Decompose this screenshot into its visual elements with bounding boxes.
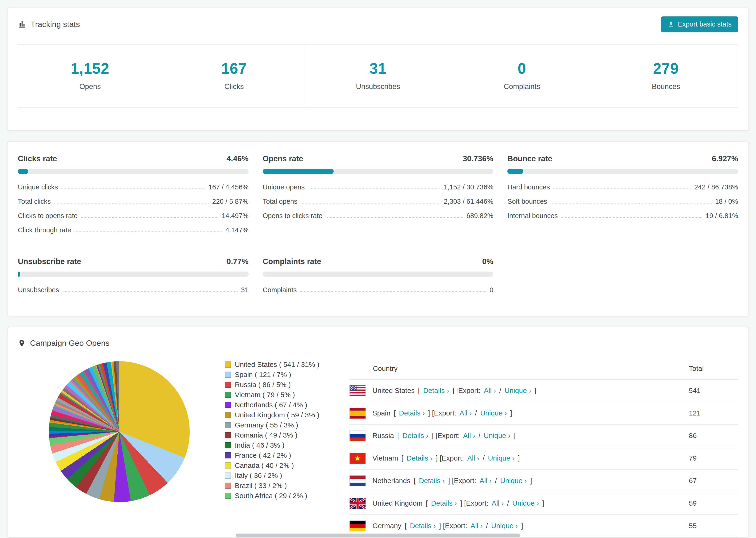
legend-label: Germany ( 55 / 3% ) <box>235 421 298 429</box>
tracking-stats-card: Tracking stats Export basic stats 1,152 … <box>7 7 749 131</box>
rate-row-label: Soft bounces <box>507 198 547 205</box>
legend-swatch <box>225 412 231 418</box>
geo-content: United States ( 541 / 31% ) Spain ( 121 … <box>18 358 738 537</box>
legend-item: Russia ( 86 / 5% ) <box>225 380 319 390</box>
bar-chart-icon <box>18 20 26 28</box>
country-flag-icon <box>350 520 366 531</box>
rate-percent: 6.927% <box>712 154 738 163</box>
country-name: Germany <box>372 522 401 530</box>
geo-legend: United States ( 541 / 31% ) Spain ( 121 … <box>225 359 319 501</box>
legend-label: United States ( 541 / 31% ) <box>235 360 319 368</box>
details-link[interactable]: Details › <box>406 454 432 462</box>
rate-row-label: Click through rate <box>18 226 71 234</box>
rate-percent: 0.77% <box>227 257 249 266</box>
export-all-link[interactable]: All › <box>467 454 479 462</box>
export-unique-link[interactable]: Unique › <box>512 499 539 507</box>
stat-box: 1,152 Opens <box>18 45 162 107</box>
legend-label: Russia ( 86 / 5% ) <box>235 381 291 389</box>
legend-swatch <box>225 382 231 388</box>
stat-value: 279 <box>594 60 738 77</box>
rate-group: Bounce rate 6.927% Hard bounces 242 / 86… <box>507 154 738 237</box>
rate-row-label: Clicks to opens rate <box>18 212 78 220</box>
export-unique-link[interactable]: Unique › <box>491 522 518 530</box>
export-unique-link[interactable]: Unique › <box>484 432 510 440</box>
rate-percent: 30.736% <box>463 154 493 163</box>
legend-label: Canada ( 40 / 2% ) <box>235 461 294 469</box>
rate-row-label: Total clicks <box>18 198 51 205</box>
legend-swatch <box>225 442 231 448</box>
legend-item: France ( 42 / 2% ) <box>225 450 319 460</box>
details-link[interactable]: Details › <box>419 477 445 485</box>
legend-swatch <box>225 402 231 408</box>
legend-item: Germany ( 55 / 3% ) <box>225 420 319 430</box>
rate-head: Bounce rate 6.927% <box>507 154 738 163</box>
rate-row: Unsubscribes 31 <box>18 283 249 297</box>
stat-label: Bounces <box>594 82 738 91</box>
stat-label: Unsubscribes <box>306 82 450 91</box>
export-button-label: Export basic stats <box>678 21 731 28</box>
rate-group: Complaints rate 0% Complaints 0 <box>263 257 494 297</box>
details-link[interactable]: Details › <box>403 432 428 440</box>
geo-row-total: 541 <box>689 387 738 395</box>
geo-pie-chart <box>49 361 190 502</box>
stat-value: 1,152 <box>18 60 162 77</box>
details-link[interactable]: Details › <box>423 387 449 395</box>
details-link[interactable]: Details › <box>399 409 425 417</box>
rate-group: Unsubscribe rate 0.77% Unsubscribes 31 <box>18 257 249 297</box>
dotted-leader <box>300 291 486 292</box>
rate-row-label: Hard bounces <box>507 183 550 191</box>
export-all-link[interactable]: All › <box>470 522 483 530</box>
rate-row: Total clicks 220 / 5.87% <box>18 194 249 209</box>
dotted-leader <box>81 217 218 218</box>
rate-title: Unsubscribe rate <box>18 257 81 266</box>
rates-grid: Clicks rate 4.46% Unique clicks 167 / 4.… <box>18 154 738 297</box>
rate-percent: 0% <box>482 257 494 266</box>
dotted-leader <box>308 188 441 189</box>
export-all-link[interactable]: All › <box>463 432 475 440</box>
details-link[interactable]: Details › <box>431 499 457 507</box>
country-flag-icon <box>350 453 366 464</box>
legend-label: India ( 46 / 3% ) <box>235 441 285 449</box>
export-unique-link[interactable]: Unique › <box>500 477 527 485</box>
legend-item: Spain ( 121 / 7% ) <box>225 369 319 380</box>
country-flag-icon <box>350 475 366 486</box>
geo-table-header-country: Country <box>350 364 689 372</box>
geo-table: Country Total United States [ Details › … <box>350 358 738 537</box>
export-unique-link[interactable]: Unique › <box>480 409 507 417</box>
rate-rows: Unsubscribes 31 <box>18 283 249 297</box>
legend-label: United Kingdom ( 59 / 3% ) <box>235 411 319 419</box>
rate-title: Opens rate <box>263 154 303 163</box>
stat-value: 31 <box>306 60 450 77</box>
export-all-link[interactable]: All › <box>484 387 496 395</box>
rate-progress-fill <box>18 169 28 174</box>
geo-row-total: 55 <box>689 522 738 530</box>
rate-progress-fill <box>18 272 20 277</box>
rate-row: Total opens 2,303 / 61.446% <box>263 194 494 209</box>
stat-box: 279 Bounces <box>594 45 738 107</box>
export-all-link[interactable]: All › <box>459 409 472 417</box>
export-all-link[interactable]: All › <box>479 477 492 485</box>
legend-item: South Africa ( 29 / 2% ) <box>225 491 319 501</box>
rate-row: Hard bounces 242 / 86.738% <box>507 180 738 194</box>
dotted-leader <box>75 232 222 232</box>
legend-label: South Africa ( 29 / 2% ) <box>235 492 307 500</box>
rate-progress-track <box>18 272 249 277</box>
export-unique-link[interactable]: Unique › <box>488 454 514 462</box>
rate-row: Click through rate 4.147% <box>18 223 249 237</box>
geo-table-header: Country Total <box>350 358 738 380</box>
details-link[interactable]: Details › <box>410 522 436 530</box>
legend-label: Brazil ( 33 / 2% ) <box>235 482 287 490</box>
export-all-link[interactable]: All › <box>492 499 504 507</box>
export-basic-stats-button[interactable]: Export basic stats <box>661 17 738 32</box>
rate-title: Bounce rate <box>507 154 552 163</box>
legend-label: Spain ( 121 / 7% ) <box>235 371 291 379</box>
legend-label: Italy ( 36 / 2% ) <box>235 471 282 480</box>
rate-rows: Complaints 0 <box>263 283 494 297</box>
horizontal-scrollbar-thumb[interactable] <box>236 534 520 537</box>
stat-box: 167 Clicks <box>162 45 306 107</box>
stat-label: Complaints <box>450 82 594 91</box>
export-unique-link[interactable]: Unique › <box>505 387 531 395</box>
dotted-leader <box>301 203 441 203</box>
geo-table-row: United Kingdom [ Details › ] [Export: Al… <box>350 492 738 515</box>
legend-swatch <box>225 361 231 368</box>
